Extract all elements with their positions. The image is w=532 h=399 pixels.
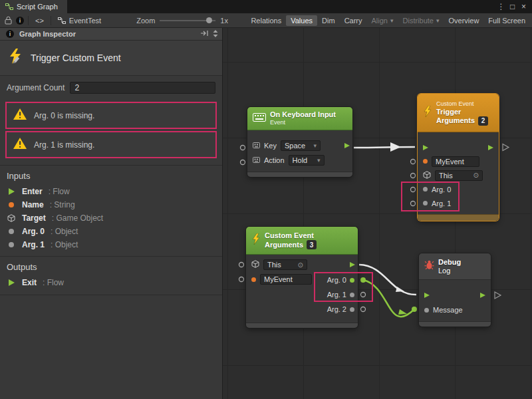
- toolbar-button-carry[interactable]: Carry: [340, 15, 367, 26]
- port-trigger-exit-marker[interactable]: [503, 144, 509, 151]
- titlebar-spacer: [67, 0, 495, 13]
- object-port-icon[interactable]: [350, 307, 354, 312]
- toolbar-button-relations[interactable]: Relations: [246, 15, 286, 26]
- flow-port-icon: [9, 279, 15, 286]
- wire-keyboard-to-trigger[interactable]: [354, 147, 415, 148]
- panel-scrub-icon[interactable]: [213, 30, 218, 39]
- port-args-arg2-out[interactable]: [361, 307, 366, 312]
- port-trigger-arg0[interactable]: [411, 188, 416, 192]
- keyboard-icon: [253, 112, 266, 124]
- port-keyboard-action[interactable]: [241, 160, 245, 165]
- flow-out-port[interactable]: [488, 145, 493, 150]
- lock-icon[interactable]: [2, 15, 14, 27]
- dock-panel-icon[interactable]: [200, 30, 209, 38]
- port-trigger-target[interactable]: [411, 174, 416, 178]
- object-port-icon[interactable]: [423, 201, 428, 205]
- node-footer: [246, 323, 358, 328]
- event-name-field[interactable]: MyEvent: [432, 156, 479, 167]
- flow-in-port[interactable]: [424, 293, 430, 298]
- graph-inspector-panel: i Graph Inspector: [0, 28, 223, 399]
- toolbar-separator: [51, 16, 51, 25]
- toolbar-button-distribute[interactable]: Distribute▾: [398, 15, 444, 26]
- argument-count-input[interactable]: [70, 82, 215, 94]
- pin-name: Name: String: [0, 198, 222, 211]
- wire-arrowhead-icon: [396, 287, 404, 292]
- pin-arg0: Arg. 0: Object: [0, 225, 222, 238]
- node-footer: [419, 321, 491, 327]
- gameobject-cube-icon[interactable]: [423, 171, 431, 180]
- toolbar-button-dim[interactable]: Dim: [317, 15, 340, 26]
- info-icon[interactable]: i: [16, 17, 24, 25]
- toolbar-button-fullscreen[interactable]: Full Screen: [483, 15, 530, 26]
- target-field[interactable]: This ⊙: [263, 259, 307, 270]
- tab-label: Script Graph: [17, 3, 58, 11]
- flow-out-port[interactable]: [480, 293, 485, 298]
- target-row: This ⊙: [246, 258, 313, 271]
- port-args-arg0-out-connected[interactable]: [360, 277, 366, 283]
- arg1-out-row: Arg. 1: [327, 289, 354, 301]
- flow-port-icon: [9, 188, 15, 195]
- flow-row: [418, 140, 499, 154]
- window-close-button[interactable]: ×: [518, 0, 529, 13]
- key-dropdown[interactable]: Space ▾: [281, 140, 321, 151]
- node-title: Debug: [438, 258, 461, 267]
- port-debug-exit-marker[interactable]: [495, 292, 501, 299]
- flow-in-port[interactable]: [423, 145, 428, 150]
- event-name-field[interactable]: MyEvent: [260, 274, 312, 285]
- port-args-target[interactable]: [239, 263, 244, 267]
- port-debug-message-connected[interactable]: [412, 307, 417, 312]
- message-label: Message: [433, 306, 463, 314]
- key-row: Key Space ▾: [247, 138, 352, 153]
- node-on-keyboard-input[interactable]: On Keyboard Input Event Key Space ▾: [247, 107, 352, 177]
- gameobject-cube-icon[interactable]: [251, 260, 259, 269]
- pin-exit: Exit: Flow: [0, 276, 222, 289]
- message-row: Message: [419, 303, 491, 317]
- toolbar-button-align[interactable]: Align▾: [367, 15, 398, 26]
- node-subtitle: Event: [270, 119, 336, 126]
- target-row: This ⊙: [418, 168, 499, 182]
- node-header: Debug Log: [419, 253, 491, 280]
- zoom-slider-handle[interactable]: [206, 17, 212, 23]
- object-port-icon[interactable]: [424, 308, 429, 313]
- port-args-name[interactable]: [239, 277, 244, 282]
- warnings-section: Arg. 0 is missing. Arg. 1 is missing.: [0, 98, 222, 166]
- node-custom-event-arguments[interactable]: Custom Event Arguments3 This ⊙: [246, 227, 358, 328]
- target-picker-icon[interactable]: ⊙: [298, 261, 303, 269]
- port-trigger-name[interactable]: [411, 160, 416, 164]
- object-port-icon[interactable]: [423, 187, 428, 192]
- target-picker-icon[interactable]: ⊙: [473, 172, 479, 179]
- asset-button[interactable]: EventTest: [53, 15, 106, 26]
- port-trigger-arg1[interactable]: [411, 201, 416, 206]
- string-port-icon[interactable]: [423, 159, 428, 164]
- window-maximize-button[interactable]: □: [507, 0, 518, 13]
- toolbar-button-values[interactable]: Values: [286, 15, 317, 26]
- wire-arrowhead-icon: [390, 142, 401, 152]
- flow-out-port[interactable]: [350, 262, 355, 267]
- zoom-slider[interactable]: [160, 20, 215, 21]
- string-port-icon[interactable]: [251, 277, 256, 282]
- arg0-row: Arg. 0: [418, 182, 499, 196]
- wire-arguments-to-debug[interactable]: [359, 265, 416, 295]
- window-menu-button[interactable]: ⋮: [495, 0, 507, 13]
- node-debug-log[interactable]: Debug Log Message: [419, 253, 491, 327]
- flow-out-port[interactable]: [344, 143, 350, 148]
- graph-canvas[interactable]: On Keyboard Input Event Key Space ▾: [223, 28, 532, 399]
- node-subtitle: Log: [438, 267, 461, 275]
- argument-count-badge: 3: [307, 240, 317, 249]
- node-trigger-custom-event[interactable]: Custom Event Trigger Arguments2 MyEvent: [418, 94, 499, 221]
- string-port-icon: [9, 202, 14, 207]
- wire-arg0-to-message[interactable]: [363, 280, 414, 317]
- port-args-arg1-out[interactable]: [361, 293, 366, 297]
- toolbar-button-overview[interactable]: Overview: [444, 15, 484, 26]
- port-keyboard-key[interactable]: [241, 146, 245, 150]
- action-dropdown[interactable]: Hold ▾: [289, 155, 325, 166]
- tab-script-graph[interactable]: Script Graph: [0, 0, 67, 13]
- target-field[interactable]: This ⊙: [435, 170, 483, 181]
- code-view-button[interactable]: <>: [31, 15, 49, 26]
- object-port-icon[interactable]: [350, 278, 354, 283]
- gameobject-cube-icon: [7, 214, 16, 222]
- dropdown-arrow-icon: ▾: [313, 142, 317, 149]
- lightning-icon: [423, 106, 432, 120]
- info-icon: i: [6, 30, 14, 38]
- object-port-icon[interactable]: [350, 293, 354, 297]
